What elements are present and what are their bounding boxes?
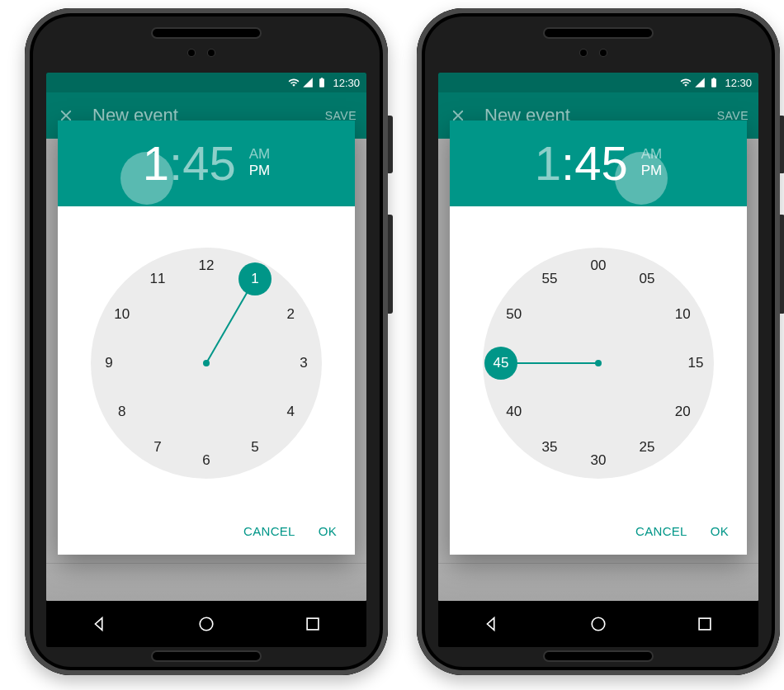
phone-earpiece — [545, 29, 652, 37]
phone-sensors — [182, 45, 231, 51]
status-time: 12:30 — [725, 77, 752, 89]
svg-rect-1 — [307, 618, 319, 630]
phone-frame-right: 12:30 New event SAVE 1 : 45 — [417, 8, 780, 675]
minute-display[interactable]: 45 — [182, 139, 236, 187]
system-nav-bar — [438, 601, 758, 647]
nav-recent-icon[interactable] — [304, 615, 322, 633]
status-bar: 12:30 — [46, 73, 366, 92]
clock-number[interactable]: 10 — [106, 298, 139, 331]
clock-number[interactable]: 4 — [274, 395, 307, 428]
dialog-actions: CANCEL OK — [58, 512, 355, 555]
clock-number[interactable]: 30 — [582, 444, 615, 477]
nav-back-icon[interactable] — [91, 615, 109, 633]
cancel-button[interactable]: CANCEL — [635, 524, 687, 538]
svg-point-0 — [200, 617, 213, 631]
battery-icon — [708, 77, 720, 88]
battery-icon — [316, 77, 328, 88]
touch-ripple — [120, 152, 173, 205]
clock-number[interactable]: 8 — [106, 395, 139, 428]
clock-number[interactable]: 20 — [666, 395, 699, 428]
phone-screen-right: 12:30 New event SAVE 1 : 45 — [438, 73, 758, 601]
stage: 12:30 New event SAVE 1 : 45 — [0, 0, 784, 690]
ampm-toggle: AM PM — [249, 146, 271, 179]
clock-face-minutes[interactable]: 000510152025303540455055 — [483, 248, 714, 479]
phone-screen-left: 12:30 New event SAVE 1 : 45 — [46, 73, 366, 601]
clock-number[interactable]: 25 — [631, 431, 664, 464]
clock-area: 000510152025303540455055 — [450, 206, 747, 512]
nav-back-icon[interactable] — [483, 615, 501, 633]
am-option[interactable]: AM — [249, 146, 271, 163]
time-picker-dialog: 1 : 45 AM PM 000510152025303540455055 CA… — [450, 121, 747, 555]
time-picker-header: 1 : 45 AM PM — [450, 121, 747, 206]
wifi-icon — [288, 77, 300, 88]
phone-speaker — [153, 652, 260, 660]
svg-point-2 — [592, 617, 605, 631]
system-nav-bar — [46, 601, 366, 647]
hour-display[interactable]: 1 — [535, 139, 561, 187]
time-picker-dialog: 1 : 45 AM PM 121234567891011 CANCEL OK — [58, 121, 355, 555]
phone-sensors — [574, 45, 623, 51]
clock-number[interactable]: 05 — [631, 262, 664, 295]
clock-number[interactable]: 12 — [190, 249, 223, 282]
status-bar: 12:30 — [438, 73, 758, 92]
wifi-icon — [680, 77, 692, 88]
svg-rect-3 — [699, 618, 711, 630]
nav-home-icon[interactable] — [197, 615, 215, 633]
time-colon: : — [561, 139, 574, 187]
clock-number[interactable]: 7 — [141, 431, 174, 464]
clock-area: 121234567891011 — [58, 206, 355, 512]
clock-number[interactable]: 10 — [666, 298, 699, 331]
touch-ripple — [615, 152, 668, 205]
cell-signal-icon — [694, 77, 706, 88]
nav-recent-icon[interactable] — [696, 615, 714, 633]
phone-volume-rocker — [388, 215, 393, 314]
clock-number[interactable]: 55 — [533, 262, 566, 295]
time-picker-header: 1 : 45 AM PM — [58, 121, 355, 206]
clock-selected[interactable]: 1 — [239, 262, 272, 295]
dialog-actions: CANCEL OK — [450, 512, 747, 555]
clock-number[interactable]: 5 — [239, 431, 272, 464]
status-time: 12:30 — [333, 77, 360, 89]
pm-option[interactable]: PM — [249, 163, 271, 179]
nav-home-icon[interactable] — [589, 615, 607, 633]
clock-number[interactable]: 40 — [498, 395, 531, 428]
clock-number[interactable]: 15 — [679, 347, 712, 380]
clock-number[interactable]: 3 — [287, 347, 320, 380]
ok-button[interactable]: OK — [711, 524, 729, 538]
phone-frame-left: 12:30 New event SAVE 1 : 45 — [25, 8, 388, 675]
clock-number[interactable]: 2 — [274, 298, 307, 331]
clock-number[interactable]: 11 — [141, 262, 174, 295]
clock-number[interactable]: 00 — [582, 249, 615, 282]
clock-number[interactable]: 9 — [92, 347, 125, 380]
clock-face-hours[interactable]: 121234567891011 — [91, 248, 322, 479]
phone-speaker — [545, 652, 652, 660]
phone-volume-rocker — [780, 215, 784, 314]
ok-button[interactable]: OK — [319, 524, 337, 538]
clock-selected[interactable]: 45 — [484, 347, 517, 380]
cancel-button[interactable]: CANCEL — [243, 524, 295, 538]
cell-signal-icon — [302, 77, 314, 88]
clock-number[interactable]: 35 — [533, 431, 566, 464]
phone-power-button — [780, 116, 784, 173]
phone-power-button — [388, 116, 393, 173]
clock-number[interactable]: 50 — [498, 298, 531, 331]
clock-number[interactable]: 6 — [190, 444, 223, 477]
phone-earpiece — [153, 29, 260, 37]
